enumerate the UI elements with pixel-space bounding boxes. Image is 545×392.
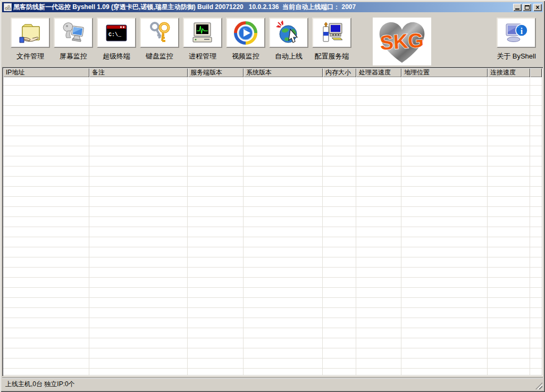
- toolbar-button-screen-monitor[interactable]: 屏幕监控: [54, 18, 93, 61]
- toolbar-button-label: 屏幕监控: [54, 52, 93, 61]
- toolbar-button-face: C:\_: [97, 18, 136, 48]
- grid-vline: [89, 77, 89, 375]
- grid-vline: [187, 77, 188, 375]
- toolbar-button-label: 视频监控: [226, 52, 265, 61]
- grid-vline: [243, 77, 244, 375]
- toolbar-button-process-manager[interactable]: 进程管理: [183, 18, 222, 61]
- folder-share-icon: [18, 20, 43, 46]
- column-header-内存大小[interactable]: 内存大小: [323, 68, 356, 77]
- toolbar-button-configure-server[interactable]: 配置服务端: [312, 18, 351, 61]
- media-play-icon: [233, 20, 258, 46]
- terminal-prompt-text: C:\_: [108, 32, 122, 38]
- toolbar-button-face: [140, 18, 179, 48]
- skg-logo-text: SKG: [379, 29, 424, 54]
- toolbar-button-face: [226, 18, 265, 48]
- column-header-连接速度[interactable]: 连接速度: [488, 68, 530, 77]
- maximize-button[interactable]: [523, 4, 531, 11]
- app-icon: [4, 3, 12, 11]
- grid-vline: [530, 77, 530, 375]
- resize-grip-icon[interactable]: [535, 382, 542, 389]
- toolbar-button-terminal[interactable]: C:\_ 超级终端: [97, 18, 136, 61]
- table-header: IP地址备注服务端版本系统版本内存大小处理器速度地理位置连接速度: [3, 68, 542, 77]
- window-controls: ×: [513, 4, 542, 11]
- column-header-服务端版本[interactable]: 服务端版本: [188, 68, 244, 77]
- grid-vline: [356, 77, 356, 375]
- column-header-spacer[interactable]: [530, 68, 542, 77]
- toolbar: 文件管理 屏幕监控: [2, 12, 543, 67]
- about-byshell-label: 关于 ByShell: [497, 52, 536, 61]
- status-bar: 上线主机,0台 独立IP:0个: [2, 378, 543, 390]
- toolbar-button-video-monitor[interactable]: 视频监控: [226, 18, 265, 61]
- column-header-处理器速度[interactable]: 处理器速度: [356, 68, 401, 77]
- toolbar-button-label: 自动上线: [269, 52, 308, 61]
- grid-vline: [487, 77, 488, 375]
- table-body: [3, 77, 542, 375]
- close-button[interactable]: ×: [533, 4, 542, 11]
- window-title: 黑客防线新一代远控 Byshell 1.09 (穿透卡巴,诺顿,瑞星主动防御) …: [13, 2, 513, 12]
- svg-text:i: i: [521, 27, 523, 36]
- toolbar-button-label: 配置服务端: [312, 52, 351, 61]
- toolbar-button-file-manager[interactable]: 文件管理: [11, 18, 50, 61]
- about-byshell-button[interactable]: i 关于 ByShell: [497, 18, 536, 61]
- column-header-系统版本[interactable]: 系统版本: [244, 68, 323, 77]
- keys-icon: [147, 20, 172, 46]
- globe-cursor-icon: [276, 20, 301, 46]
- minimize-icon: [515, 9, 519, 10]
- toolbar-button-label: 超级终端: [97, 52, 136, 61]
- toolbar-button-face: [54, 18, 93, 48]
- configure-server-icon: [319, 20, 345, 46]
- grid-vline: [401, 77, 401, 375]
- toolbar-button-face: [11, 18, 50, 48]
- toolbar-button-face: [183, 18, 222, 48]
- skg-logo: SKG: [373, 18, 431, 65]
- toolbar-button-label: 进程管理: [183, 52, 222, 61]
- toolbar-button-auto-online[interactable]: 自动上线: [269, 18, 308, 61]
- title-bar[interactable]: 黑客防线新一代远控 Byshell 1.09 (穿透卡巴,诺顿,瑞星主动防御) …: [2, 2, 543, 12]
- screen-monitor-icon: [61, 20, 86, 46]
- info-computer-icon: i: [504, 20, 529, 46]
- minimize-button[interactable]: [513, 4, 522, 11]
- close-icon: ×: [535, 5, 539, 10]
- toolbar-button-label: 键盘监控: [140, 52, 179, 61]
- grid-vline: [322, 77, 323, 375]
- toolbar-button-face: [269, 18, 308, 48]
- status-text: 上线主机,0台 独立IP:0个: [5, 380, 75, 389]
- app-window: 黑客防线新一代远控 Byshell 1.09 (穿透卡巴,诺顿,瑞星主动防御) …: [0, 0, 545, 392]
- host-listview: IP地址备注服务端版本系统版本内存大小处理器速度地理位置连接速度: [2, 67, 543, 376]
- toolbar-button-keyboard-monitor[interactable]: 键盘监控: [140, 18, 179, 61]
- toolbar-button-face: [312, 18, 351, 48]
- column-header-备注[interactable]: 备注: [89, 68, 188, 77]
- column-header-地理位置[interactable]: 地理位置: [401, 68, 488, 77]
- process-computer-icon: [190, 20, 215, 46]
- toolbar-button-face: i: [497, 18, 536, 48]
- toolbar-button-label: 文件管理: [11, 52, 50, 61]
- column-header-IP地址[interactable]: IP地址: [3, 68, 89, 77]
- maximize-icon: [525, 5, 530, 10]
- terminal-icon: C:\_: [104, 20, 129, 46]
